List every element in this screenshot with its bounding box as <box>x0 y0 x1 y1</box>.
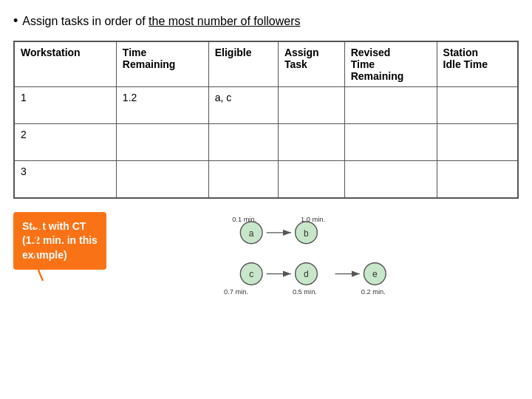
task-diagram: 0.1 min. 1.0 min. a b 0.7 min. 0.5 min. <box>121 212 519 308</box>
table-row: 2 <box>14 124 518 161</box>
cell-time-remaining-2 <box>116 124 208 161</box>
col-eligible: Eligible <box>208 41 278 87</box>
label-02min: 0.2 min. <box>361 288 386 296</box>
assignment-table: Workstation TimeRemaining Eligible Assig… <box>13 41 519 199</box>
col-time-remaining: TimeRemaining <box>116 41 208 87</box>
cell-revised-time-2 <box>344 124 437 161</box>
heading-line: • Assign tasks in order of the most numb… <box>13 13 519 29</box>
cell-revised-time-3 <box>344 161 437 198</box>
node-a-label: a <box>249 228 254 238</box>
diagram-svg: 0.1 min. 1.0 min. a b 0.7 min. 0.5 min. <box>121 212 519 308</box>
col-workstation: Workstation <box>14 41 116 87</box>
col-station-idle: StationIdle Time <box>437 41 518 87</box>
page: • Assign tasks in order of the most numb… <box>0 0 532 399</box>
table-row: 1 1.2 a, c <box>14 87 518 124</box>
cell-idle-time-1 <box>437 87 518 124</box>
cell-eligible-2 <box>208 124 278 161</box>
cell-workstation-2: 2 <box>14 124 116 161</box>
cell-revised-time-1 <box>344 87 437 124</box>
node-c-label: c <box>249 269 253 279</box>
label-07min: 0.7 min. <box>224 288 248 296</box>
col-revised-time: RevisedTimeRemaining <box>344 41 437 87</box>
cell-time-remaining-3 <box>116 161 208 198</box>
table-header-row: Workstation TimeRemaining Eligible Assig… <box>14 41 518 87</box>
node-b-label: b <box>304 228 309 238</box>
col-assign-task: AssignTask <box>278 41 344 87</box>
bullet-icon: • <box>13 13 18 29</box>
cell-idle-time-2 <box>437 124 518 161</box>
cell-assign-task-2 <box>278 124 344 161</box>
node-d-label: d <box>304 269 309 279</box>
cell-eligible-3 <box>208 161 278 198</box>
cell-assign-task-3 <box>278 161 344 198</box>
table-row: 3 <box>14 161 518 198</box>
cell-idle-time-3 <box>437 161 518 198</box>
start-ct-line3: example) <box>22 249 67 261</box>
heading-text-before: Assign tasks in order of <box>22 15 149 27</box>
start-ct-box: Start with CT (1.2 min. in this example) <box>13 212 106 270</box>
cell-time-remaining-1: 1.2 <box>116 87 208 124</box>
label-05min: 0.5 min. <box>293 288 317 296</box>
node-e-label: e <box>372 269 378 279</box>
cell-workstation-1: 1 <box>14 87 116 124</box>
cell-eligible-1: a, c <box>208 87 278 124</box>
start-ct-line1: Start with CT <box>22 220 86 232</box>
cell-workstation-3: 3 <box>14 161 116 198</box>
heading-text-underlined: the most number of followers <box>149 15 300 27</box>
cell-assign-task-1 <box>278 87 344 124</box>
bottom-section: Start with CT (1.2 min. in this example)… <box>13 212 519 308</box>
start-ct-line2: (1.2 min. in this <box>22 234 98 246</box>
heading-text: Assign tasks in order of the most number… <box>22 15 300 28</box>
